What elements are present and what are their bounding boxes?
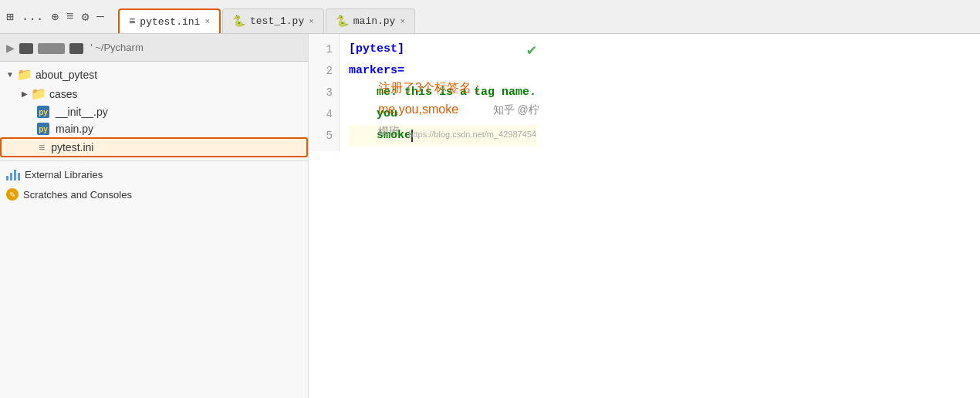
scratches-icon: ✎ xyxy=(6,188,19,201)
code-bracket-close: ] xyxy=(397,42,404,56)
root-folder-label: about_pytest xyxy=(35,69,97,81)
test1-py-tab-close[interactable]: × xyxy=(309,17,314,26)
code-markers-key: markers= xyxy=(349,64,404,77)
toolbar-icons: ⊞ ... ⊕ ≡ ⚙ — xyxy=(6,9,104,25)
file-tree: ▼ 📁 about_pytest ▶ 📁 cases py __init__.p… xyxy=(0,62,308,207)
init-py-label: __init__.py xyxy=(56,106,108,118)
pytest-ini-tab-close[interactable]: × xyxy=(204,17,210,26)
line-number-5: 5 xyxy=(309,125,333,147)
editor-wrapper: 1 2 3 4 5 ✔ [pytest] markers= me: this i… xyxy=(309,34,546,398)
scratches-and-consoles[interactable]: ✎ Scratches and Consoles xyxy=(0,184,308,204)
minus-icon[interactable]: — xyxy=(96,10,104,24)
tree-item-pytest-ini[interactable]: ≡ pytest.ini xyxy=(0,137,308,157)
tree-item-root[interactable]: ▼ 📁 about_pytest xyxy=(0,65,308,84)
editor[interactable]: 1 2 3 4 5 ✔ [pytest] markers= me: this i… xyxy=(309,34,546,151)
main-py-icon: py xyxy=(37,123,49,135)
main-py-label: main.py xyxy=(56,123,93,135)
tab-test1-py[interactable]: 🐍 test_1.py × xyxy=(222,8,324,33)
line-number-2: 2 xyxy=(309,60,333,82)
sidebar-path: ' ~/Pycharm xyxy=(19,41,144,53)
tree-separator xyxy=(0,160,308,161)
root-chevron: ▼ xyxy=(6,70,14,79)
external-libs-icon xyxy=(6,168,20,180)
tab-main-py[interactable]: 🐍 main.py × xyxy=(326,8,415,33)
settings-icon[interactable]: ⚙ xyxy=(82,9,90,25)
tree-item-init-py[interactable]: py __init__.py xyxy=(0,103,308,120)
editor-content: 1 2 3 4 5 ✔ [pytest] markers= me: this i… xyxy=(309,34,546,151)
test1-py-tab-label: test_1.py xyxy=(250,15,304,27)
code-bracket-open: [ xyxy=(349,42,356,56)
back-icon[interactable]: ... xyxy=(22,10,44,24)
line-number-1: 1 xyxy=(309,39,333,60)
scratches-label: Scratches and Consoles xyxy=(23,189,132,201)
url-watermark: https://blog.csdn.net/m_42987454 xyxy=(408,123,536,145)
line-numbers: 1 2 3 4 5 xyxy=(309,34,340,151)
sidebar-header: ▶ ' ~/Pycharm xyxy=(0,34,308,62)
external-libraries[interactable]: External Libraries xyxy=(0,164,308,184)
external-libs-label: External Libraries xyxy=(25,169,103,180)
init-py-icon: py xyxy=(37,106,49,118)
pytest-ini-icon: ≡ xyxy=(39,141,45,153)
code-line-1: [pytest] xyxy=(349,39,536,60)
pytest-ini-label: pytest.ini xyxy=(51,141,93,153)
main-area: ▶ ' ~/Pycharm ▼ 📁 about_pytest ▶ 📁 cases xyxy=(0,34,980,398)
bottom-info-label: 注册了3个标签名：me,you,smoke xyxy=(378,81,484,116)
line-number-3: 3 xyxy=(309,82,333,103)
code-area[interactable]: ✔ [pytest] markers= me: this is a tag na… xyxy=(340,34,546,151)
cases-chevron: ▶ xyxy=(22,89,28,98)
tab-pytest-ini[interactable]: ≡ pytest.ini × xyxy=(118,8,221,33)
tree-item-cases[interactable]: ▶ 📁 cases xyxy=(0,84,308,103)
root-folder-icon: 📁 xyxy=(17,67,32,82)
menu-icon[interactable]: ≡ xyxy=(66,10,74,24)
sidebar: ▶ ' ~/Pycharm ▼ 📁 about_pytest ▶ 📁 cases xyxy=(0,34,309,398)
pytest-ini-tab-icon: ≡ xyxy=(129,15,135,28)
folder-root-icon: ▶ xyxy=(6,39,15,56)
code-section-name: pytest xyxy=(356,42,397,56)
tabs-area: ≡ pytest.ini × 🐍 test_1.py × 🐍 main.py × xyxy=(118,0,415,33)
window-icon[interactable]: ⊞ xyxy=(6,9,14,25)
toolbar: ⊞ ... ⊕ ≡ ⚙ — ≡ pytest.ini × 🐍 test_1.py… xyxy=(0,0,980,34)
line-number-4: 4 xyxy=(309,103,333,125)
main-py-tab-label: main.py xyxy=(353,15,396,27)
test1-py-tab-icon: 🐍 xyxy=(232,15,245,28)
pytest-ini-tab-label: pytest.ini xyxy=(140,16,200,28)
cases-folder-label: cases xyxy=(49,88,78,100)
cases-folder-icon: 📁 xyxy=(31,86,46,101)
checkmark-icon: ✔ xyxy=(527,40,536,62)
main-py-tab-close[interactable]: × xyxy=(400,17,405,26)
main-py-tab-icon: 🐍 xyxy=(336,15,349,28)
add-icon[interactable]: ⊕ xyxy=(51,9,59,25)
tree-item-main-py[interactable]: py main.py xyxy=(0,120,308,137)
